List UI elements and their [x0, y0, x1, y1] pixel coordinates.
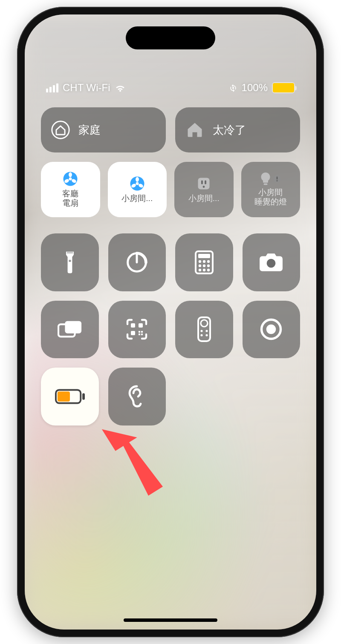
accessory-tile-fan-2[interactable]: 小房間... — [108, 162, 167, 217]
svg-rect-0 — [232, 87, 234, 89]
svg-point-8 — [136, 182, 139, 185]
svg-point-45 — [201, 320, 208, 327]
svg-point-21 — [69, 259, 71, 262]
carrier-label: CHT Wi-Fi — [63, 82, 110, 94]
svg-point-15 — [203, 186, 205, 188]
svg-rect-16 — [263, 184, 267, 185]
svg-point-26 — [203, 260, 205, 263]
accessory-label: 客廳 電扇 — [62, 189, 78, 208]
calculator-icon — [194, 250, 214, 274]
alert-icon — [273, 175, 281, 183]
home-app-label: 家庭 — [78, 123, 101, 138]
svg-rect-36 — [65, 321, 81, 334]
home-icon — [51, 121, 70, 139]
svg-point-32 — [203, 269, 205, 271]
svg-rect-37 — [131, 323, 135, 328]
low-power-mode-button[interactable] — [41, 368, 99, 426]
phone-screen: CHT Wi-Fi 100% — [25, 14, 316, 630]
svg-marker-55 — [102, 416, 167, 498]
annotation-arrow — [98, 411, 175, 509]
svg-point-49 — [205, 334, 208, 336]
qr-code-icon — [126, 318, 148, 340]
fan-icon — [130, 176, 145, 191]
accessory-tile-outlet[interactable]: 小房間... — [174, 162, 234, 217]
svg-point-1 — [52, 121, 69, 138]
svg-point-25 — [199, 260, 201, 263]
fan-icon — [63, 171, 78, 187]
svg-point-33 — [207, 269, 210, 271]
phone-frame: CHT Wi-Fi 100% — [17, 7, 324, 637]
accessory-label: 小房間 睡覺的燈 — [254, 188, 287, 207]
status-left: CHT Wi-Fi — [46, 82, 126, 94]
accessory-label: 小房間... — [121, 194, 153, 203]
battery-low-power-icon — [55, 389, 85, 404]
battery-percent-label: 100% — [242, 82, 268, 94]
svg-point-9 — [136, 177, 139, 182]
svg-rect-44 — [198, 317, 210, 341]
svg-rect-39 — [131, 331, 135, 335]
home-accessories-row: 客廳 電扇 小房間... — [41, 162, 300, 217]
ear-icon — [127, 385, 146, 408]
svg-rect-41 — [141, 331, 143, 333]
svg-rect-43 — [141, 334, 143, 335]
home-summary-row: 家庭 太冷了 — [41, 107, 300, 152]
home-scene-tile[interactable]: 太冷了 — [175, 107, 300, 152]
status-right: 100% — [229, 82, 295, 94]
svg-point-3 — [69, 178, 72, 181]
svg-point-4 — [69, 172, 72, 177]
battery-fill — [273, 83, 294, 92]
status-bar: CHT Wi-Fi 100% — [25, 82, 316, 94]
camera-icon — [259, 253, 283, 272]
svg-rect-40 — [139, 331, 140, 333]
control-center-content: 家庭 太冷了 — [41, 107, 300, 426]
bulb-icon — [260, 172, 271, 185]
svg-point-48 — [200, 334, 202, 336]
light-icon-group — [260, 172, 281, 185]
svg-rect-14 — [205, 181, 206, 184]
svg-rect-38 — [139, 323, 143, 328]
apple-tv-remote-button[interactable] — [175, 301, 233, 359]
house-icon — [185, 121, 204, 139]
svg-point-31 — [199, 269, 201, 271]
screen-mirroring-icon — [58, 319, 82, 339]
svg-rect-20 — [67, 252, 73, 253]
home-indicator[interactable] — [124, 618, 217, 622]
cellular-signal-icon — [46, 83, 58, 92]
screen-record-button[interactable] — [243, 301, 301, 359]
wifi-icon — [115, 83, 126, 92]
svg-point-30 — [207, 264, 210, 267]
accessory-tile-fan-1[interactable]: 客廳 電扇 — [41, 162, 100, 217]
svg-point-28 — [199, 264, 201, 267]
svg-rect-18 — [277, 177, 277, 180]
qr-scanner-button[interactable] — [108, 301, 166, 359]
svg-rect-42 — [139, 334, 140, 335]
flashlight-button[interactable] — [41, 233, 99, 291]
remote-icon — [197, 316, 211, 342]
calculator-button[interactable] — [175, 233, 233, 291]
flashlight-icon — [61, 250, 79, 275]
timer-button[interactable] — [108, 233, 166, 291]
dynamic-island — [126, 26, 215, 49]
svg-rect-54 — [58, 391, 70, 401]
record-icon — [260, 318, 283, 341]
svg-point-29 — [203, 264, 205, 267]
accessory-tile-light[interactable]: 小房間 睡覺的燈 — [241, 162, 301, 217]
svg-rect-13 — [201, 181, 203, 184]
svg-point-46 — [200, 330, 202, 332]
svg-rect-24 — [198, 254, 210, 258]
camera-button[interactable] — [243, 233, 301, 291]
timer-icon — [125, 251, 148, 274]
svg-point-47 — [205, 330, 208, 332]
home-scene-label: 太冷了 — [213, 123, 246, 138]
controls-grid — [41, 233, 300, 426]
svg-point-19 — [276, 180, 277, 181]
home-app-tile[interactable]: 家庭 — [41, 107, 166, 152]
svg-point-27 — [207, 260, 210, 263]
accessory-label: 小房間... — [188, 194, 220, 203]
screen-mirroring-button[interactable] — [41, 301, 99, 359]
rotation-lock-icon — [229, 83, 237, 92]
svg-point-34 — [267, 259, 276, 267]
svg-point-51 — [266, 325, 276, 334]
svg-rect-53 — [82, 393, 85, 400]
outlet-icon — [196, 176, 211, 191]
